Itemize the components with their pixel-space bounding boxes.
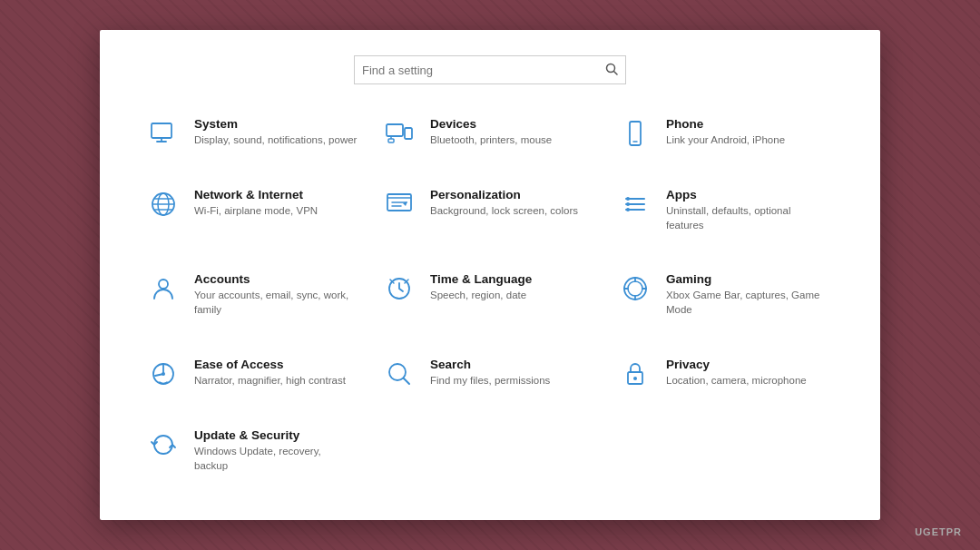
setting-title-time: Time & Language — [430, 272, 532, 286]
setting-item-network[interactable]: Network & Internet Wi-Fi, airplane mode,… — [136, 177, 372, 254]
setting-item-phone[interactable]: Phone Link your Android, iPhone — [608, 106, 844, 170]
devices-icon — [379, 119, 419, 148]
setting-item-personalization[interactable]: Personalization Background, lock screen,… — [372, 177, 608, 254]
setting-text-update: Update & Security Windows Update, recove… — [194, 428, 358, 473]
svg-rect-5 — [387, 124, 403, 136]
setting-title-search: Search — [430, 358, 550, 371]
setting-desc-gaming: Xbox Game Bar, captures, Game Mode — [666, 288, 829, 317]
setting-title-network: Network & Internet — [194, 188, 318, 201]
svg-point-33 — [633, 377, 637, 380]
setting-item-search[interactable]: Search Find my files, permissions — [372, 347, 608, 410]
setting-desc-apps: Uninstall, defaults, optional features — [666, 203, 829, 232]
setting-text-privacy: Privacy Location, camera, microphone — [666, 358, 807, 388]
gaming-icon — [615, 274, 655, 303]
svg-point-29 — [162, 372, 165, 376]
system-icon — [143, 119, 183, 148]
setting-title-devices: Devices — [430, 117, 552, 131]
setting-text-time: Time & Language Speech, region, date — [430, 272, 532, 302]
setting-item-ease[interactable]: Ease of Access Narrator, magnifier, high… — [136, 347, 372, 410]
time-icon — [379, 274, 419, 303]
network-icon — [143, 190, 183, 219]
setting-desc-devices: Bluetooth, printers, mouse — [430, 133, 552, 147]
setting-text-network: Network & Internet Wi-Fi, airplane mode,… — [194, 188, 318, 218]
setting-text-apps: Apps Uninstall, defaults, optional featu… — [666, 188, 829, 232]
svg-rect-6 — [405, 128, 412, 139]
setting-desc-personalization: Background, lock screen, colors — [430, 203, 578, 218]
setting-title-ease: Ease of Access — [194, 358, 346, 371]
svg-rect-7 — [388, 139, 394, 142]
settings-grid: System Display, sound, notifications, po… — [136, 106, 844, 495]
settings-window: System Display, sound, notifications, po… — [100, 30, 880, 520]
setting-title-accounts: Accounts — [194, 272, 358, 286]
setting-desc-ease: Narrator, magnifier, high contrast — [194, 373, 346, 388]
setting-item-apps[interactable]: Apps Uninstall, defaults, optional featu… — [608, 177, 844, 254]
setting-item-system[interactable]: System Display, sound, notifications, po… — [136, 106, 372, 170]
setting-desc-network: Wi-Fi, airplane mode, VPN — [194, 203, 318, 218]
setting-desc-update: Windows Update, recovery, backup — [194, 444, 358, 473]
setting-text-personalization: Personalization Background, lock screen,… — [430, 188, 578, 218]
svg-point-21 — [626, 197, 630, 201]
setting-text-phone: Phone Link your Android, iPhone — [666, 117, 785, 147]
setting-text-search: Search Find my files, permissions — [430, 358, 550, 388]
personalization-icon — [379, 190, 419, 219]
search-bar[interactable] — [354, 55, 626, 84]
setting-desc-system: Display, sound, notifications, power — [194, 133, 357, 147]
setting-title-personalization: Personalization — [430, 188, 578, 201]
setting-text-devices: Devices Bluetooth, printers, mouse — [430, 117, 552, 147]
setting-desc-accounts: Your accounts, email, sync, work, family — [194, 288, 358, 317]
setting-desc-time: Speech, region, date — [430, 288, 532, 302]
search-icon — [379, 359, 419, 388]
svg-point-24 — [159, 280, 168, 289]
setting-text-accounts: Accounts Your accounts, email, sync, wor… — [194, 272, 358, 317]
setting-item-update[interactable]: Update & Security Windows Update, recove… — [136, 417, 372, 495]
setting-title-system: System — [194, 117, 357, 131]
setting-desc-phone: Link your Android, iPhone — [666, 133, 785, 147]
setting-title-update: Update & Security — [194, 428, 358, 442]
svg-point-22 — [626, 202, 630, 206]
apps-icon — [615, 190, 655, 219]
setting-text-ease: Ease of Access Narrator, magnifier, high… — [194, 358, 346, 388]
setting-text-system: System Display, sound, notifications, po… — [194, 117, 357, 147]
update-icon — [143, 430, 183, 459]
setting-item-gaming[interactable]: Gaming Xbox Game Bar, captures, Game Mod… — [608, 261, 844, 339]
setting-title-gaming: Gaming — [666, 272, 829, 286]
ease-icon — [143, 359, 183, 388]
setting-title-phone: Phone — [666, 117, 785, 131]
setting-item-time[interactable]: Time & Language Speech, region, date — [372, 261, 608, 339]
setting-item-accounts[interactable]: Accounts Your accounts, email, sync, wor… — [136, 261, 372, 339]
setting-desc-privacy: Location, camera, microphone — [666, 373, 807, 388]
svg-point-27 — [628, 281, 642, 296]
svg-line-31 — [404, 378, 410, 384]
svg-point-23 — [626, 208, 630, 211]
svg-line-1 — [614, 71, 618, 74]
svg-point-9 — [407, 138, 409, 140]
setting-item-devices[interactable]: Devices Bluetooth, printers, mouse — [372, 106, 608, 170]
search-bar-row — [136, 55, 844, 84]
setting-title-privacy: Privacy — [666, 358, 807, 371]
search-input[interactable] — [362, 64, 605, 77]
accounts-icon — [143, 274, 183, 303]
setting-desc-search: Find my files, permissions — [430, 373, 550, 388]
watermark: UGETPR — [915, 526, 962, 537]
svg-rect-2 — [152, 123, 172, 138]
phone-icon — [615, 119, 655, 148]
setting-item-privacy[interactable]: Privacy Location, camera, microphone — [608, 347, 844, 410]
privacy-icon — [615, 359, 655, 388]
setting-text-gaming: Gaming Xbox Game Bar, captures, Game Mod… — [666, 272, 829, 317]
search-icon — [605, 63, 618, 78]
setting-title-apps: Apps — [666, 188, 829, 201]
